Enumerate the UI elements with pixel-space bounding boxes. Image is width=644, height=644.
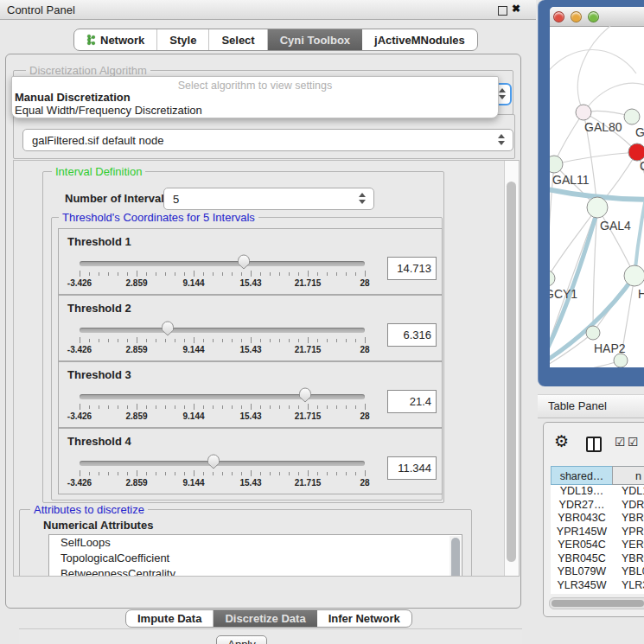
table-row[interactable]: YBR043CYBR0	[551, 512, 644, 526]
network-edge	[550, 360, 621, 367]
list-scrollbar[interactable]	[450, 536, 461, 577]
close-window-icon[interactable]: ✖	[512, 3, 520, 15]
network-node[interactable]	[550, 271, 555, 286]
threshold-slider-thumb[interactable]	[237, 253, 251, 270]
threshold-slider-track[interactable]	[80, 261, 365, 266]
cell-name: YBR0	[613, 552, 644, 566]
threshold-value-field[interactable]: 14.713	[387, 257, 437, 280]
close-traffic-light-icon[interactable]	[553, 11, 564, 22]
apply-button[interactable]: Apply	[216, 635, 267, 644]
network-edge	[554, 152, 637, 164]
tab-discretize-data[interactable]: Discretize Data	[214, 610, 316, 627]
threshold-panel: Threshold 3-3.4262.8599.14415.4321.71528…	[58, 361, 443, 428]
num-intervals-select[interactable]: 5	[163, 188, 374, 210]
tick-label: 21.715	[295, 478, 322, 488]
threshold-slider-track[interactable]	[80, 461, 365, 466]
zoom-traffic-light-icon[interactable]	[588, 11, 599, 22]
column-header-name[interactable]: n	[612, 466, 644, 485]
tab-network[interactable]: Network	[74, 29, 157, 50]
network-node[interactable]	[587, 197, 608, 218]
tick-label: 15.43	[239, 411, 261, 421]
network-window-frame: GAL80GACGAL11GAL4GCY1HHAP2	[538, 0, 644, 386]
threshold-slider-track[interactable]	[80, 394, 365, 399]
tab-cyni-toolbox[interactable]: Cyni Toolbox	[268, 29, 362, 50]
attribute-list-item[interactable]: TopologicalCoefficient	[49, 551, 462, 566]
threshold-slider-thumb[interactable]	[298, 386, 312, 403]
threshold-label: Threshold 3	[67, 368, 131, 381]
slider-tick-labels: -3.4262.8599.14415.4321.71528	[80, 478, 365, 488]
tab-select[interactable]: Select	[209, 29, 267, 50]
network-node[interactable]	[614, 354, 628, 367]
algorithm-option-manual[interactable]: Manual Discretization	[15, 91, 131, 104]
cell-shared-name: YBR043C	[551, 512, 613, 526]
columns-icon[interactable]	[586, 437, 602, 452]
network-node[interactable]	[628, 143, 644, 161]
threshold-label: Threshold 2	[67, 302, 131, 315]
tab-jactivemnodules[interactable]: jActiveMNodules	[362, 29, 477, 50]
tab-infer-network[interactable]: Infer Network	[317, 610, 411, 627]
numerical-attributes-list[interactable]: SelfLoopsTopologicalCoefficientBetweenne…	[48, 534, 462, 577]
table-row[interactable]: YDL19…YDL1	[551, 485, 644, 499]
attribute-list-item[interactable]: SelfLoops	[49, 535, 462, 551]
table-row[interactable]: YLR345WYLR3	[551, 579, 644, 593]
combo-stepper-icon[interactable]	[359, 193, 367, 204]
table-row[interactable]: YBL079WYBL0	[551, 565, 644, 579]
cell-shared-name: YLR345W	[551, 579, 613, 593]
list-scrollbar-thumb[interactable]	[451, 538, 460, 577]
num-intervals-label: Number of Intervals	[65, 192, 170, 205]
threshold-label: Threshold 1	[67, 235, 131, 248]
threshold-slider-thumb[interactable]	[161, 320, 175, 336]
table-data-select[interactable]: galFiltered.sif default node	[22, 129, 513, 151]
settings-scrollbar[interactable]	[504, 161, 519, 576]
network-node[interactable]	[550, 156, 563, 173]
tick-label: 2.859	[125, 278, 147, 288]
table-panel-title: Table Panel	[548, 399, 607, 412]
table-hscrollbar-thumb[interactable]	[552, 600, 644, 607]
settings-scrollbar-thumb[interactable]	[507, 182, 516, 562]
network-node-label: GAL4	[600, 219, 631, 233]
table-row[interactable]: YER054CYER0	[551, 539, 644, 552]
cell-name: YER0	[613, 539, 644, 552]
network-node[interactable]	[624, 265, 644, 286]
threshold-value-field[interactable]: 6.316	[387, 323, 437, 347]
network-node[interactable]	[624, 109, 640, 124]
slider-tick-labels: -3.4262.8599.14415.4321.71528	[80, 278, 365, 289]
column-header-shared-name[interactable]: shared…	[551, 466, 613, 485]
cyni-mode-tabs: Impute DataDiscretize DataInfer Network	[125, 609, 412, 628]
threshold-value-field[interactable]: 21.4	[387, 390, 437, 413]
table-row[interactable]: YBR045CYBR0	[551, 552, 644, 566]
checkbox-icon[interactable]: ☑	[628, 435, 639, 449]
table-row[interactable]: YDR27…YDR2	[551, 499, 644, 513]
network-view[interactable]: GAL80GACGAL11GAL4GCY1HHAP2	[550, 26, 644, 367]
threshold-slider-thumb[interactable]	[207, 453, 220, 469]
attribute-list-item[interactable]: BetweennessCentrality	[49, 566, 462, 577]
algorithm-option-equal-width[interactable]: Equal Width/Frequency Discretization	[15, 104, 202, 117]
checkbox-icon[interactable]: ☑	[615, 435, 626, 449]
threshold-slider-track[interactable]	[80, 328, 365, 333]
algorithm-hint: Select algorithm to view settings	[12, 80, 498, 92]
combo-stepper-icon[interactable]	[498, 134, 506, 145]
network-window-titlebar[interactable]	[550, 7, 644, 27]
network-node[interactable]	[586, 326, 600, 340]
combo-stepper-icon[interactable]	[499, 88, 507, 99]
tab-impute-data[interactable]: Impute Data	[126, 610, 214, 627]
minimize-traffic-light-icon[interactable]	[571, 11, 582, 22]
float-window-icon[interactable]	[498, 6, 507, 16]
network-node[interactable]	[576, 105, 591, 120]
gear-icon[interactable]: ⚙	[554, 433, 569, 450]
cell-shared-name: YER054C	[551, 539, 613, 552]
network-node-label: H	[638, 287, 644, 301]
network-edge	[550, 207, 597, 278]
thresholds-group-title: Threshold's Coordinates for 5 Intervals	[59, 211, 258, 224]
threshold-value-field[interactable]: 11.344	[387, 456, 437, 480]
table-hscrollbar[interactable]	[549, 597, 644, 609]
table-row[interactable]: YIL052CYIL0	[551, 592, 644, 594]
tab-style[interactable]: Style	[157, 29, 209, 50]
network-edge	[634, 171, 644, 276]
cyni-toolbox-panel: Discretization Algorithm Table Data galF…	[5, 54, 521, 609]
table-data-selected-value: galFiltered.sif default node	[23, 134, 163, 147]
table-row[interactable]: YPR145WYPR1	[551, 526, 644, 539]
tick-label: 21.715	[295, 345, 322, 354]
network-icon	[86, 34, 96, 46]
tick-label: 21.715	[295, 411, 322, 421]
